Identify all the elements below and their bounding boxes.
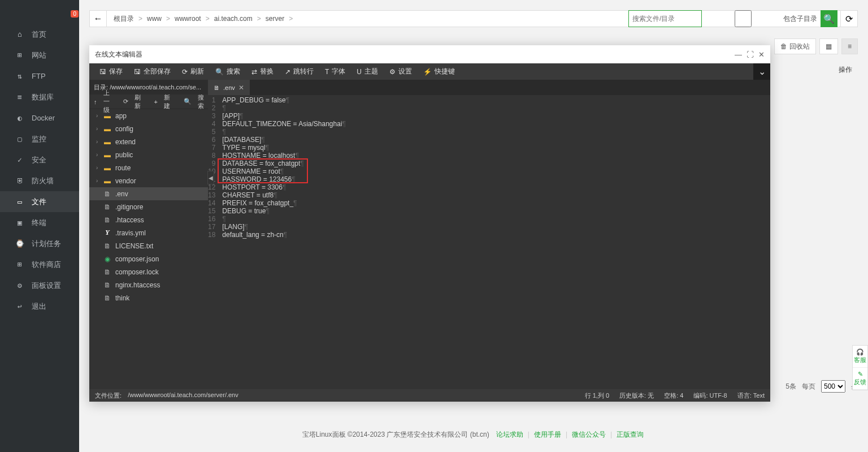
sidebar-item-Docker[interactable]: ◐Docker <box>0 107 79 128</box>
float-service[interactable]: 🎧客服 <box>853 346 867 368</box>
maximize-button[interactable]: ⛶ <box>747 50 754 59</box>
tree-item-.htaccess[interactable]: 🗎.htaccess <box>89 213 208 226</box>
tree-item-app[interactable]: ›▬app <box>89 109 208 122</box>
code-line[interactable]: USERNAME = root¶ <box>222 167 770 175</box>
code-line[interactable]: ¶ <box>222 215 770 223</box>
code-line[interactable]: [APP]¶ <box>222 112 770 120</box>
tree-item-think[interactable]: 🗎think <box>89 291 208 304</box>
tree-item-label: nginx.htaccess <box>115 281 160 289</box>
code-line[interactable]: DATABASE = fox_chatgpt¶ <box>222 160 770 167</box>
back-button[interactable]: ← <box>90 11 107 27</box>
minimize-button[interactable]: — <box>735 50 742 59</box>
tree-item-route[interactable]: ›▬route <box>89 161 208 174</box>
tree-item-extend[interactable]: ›▬extend <box>89 135 208 148</box>
tree-item-composer.json[interactable]: ◉composer.json <box>89 252 208 265</box>
collapse-tree[interactable]: ◀ <box>207 171 214 184</box>
code-line[interactable]: PASSWORD = 123456¶ <box>222 175 770 183</box>
sidebar-item-首页[interactable]: ⌂首页 <box>0 24 79 45</box>
sidebar-item-软件商店[interactable]: ⊞软件商店 <box>0 254 79 275</box>
code-line[interactable]: ¶ <box>222 128 770 136</box>
footer-link[interactable]: 使用手册 <box>534 431 561 438</box>
crumb[interactable]: www <box>147 15 162 23</box>
tree-item-vendor[interactable]: ›▬vendor <box>89 174 208 187</box>
recycle-button[interactable]: 🗑回收站 <box>774 38 816 54</box>
tab-close[interactable]: ✕ <box>238 84 244 92</box>
tree-item-composer.lock[interactable]: 🗎composer.lock <box>89 265 208 278</box>
footer-link[interactable]: 微信公众号 <box>572 431 606 438</box>
float-feedback-btn[interactable]: ✎反馈 <box>853 368 867 390</box>
editor-titlebar[interactable]: 在线文本编辑器 — ⛶ ✕ <box>89 45 770 63</box>
sidebar-item-网站[interactable]: ⊞网站 <box>0 45 79 66</box>
tree-item-LICENSE.txt[interactable]: 🗎LICENSE.txt <box>89 239 208 252</box>
status-encoding[interactable]: 编码: UTF-8 <box>693 391 727 400</box>
file-icon: 🗎 <box>103 203 112 211</box>
code-editor[interactable]: 123456789101112131415161718 APP_DEBUG = … <box>208 95 770 389</box>
tree-item-public[interactable]: ›▬public <box>89 148 208 161</box>
tree-item-.travis.yml[interactable]: Y.travis.yml <box>89 226 208 239</box>
tree-item-nginx.htaccess[interactable]: 🗎nginx.htaccess <box>89 278 208 291</box>
code-line[interactable]: DEBUG = true¶ <box>222 207 770 215</box>
search-input[interactable] <box>628 10 702 27</box>
status-history[interactable]: 历史版本: 无 <box>619 391 654 400</box>
tree-new[interactable]: +新建 <box>150 93 179 110</box>
code-line[interactable]: HOSTPORT = 3306¶ <box>222 183 770 191</box>
tab-env[interactable]: 🗎 .env ✕ <box>208 80 250 95</box>
nav-icon: ⚙ <box>15 281 25 290</box>
crumb[interactable]: server <box>266 15 284 23</box>
sidebar-item-监控[interactable]: ▢监控 <box>0 128 79 149</box>
tree-refresh[interactable]: ⟳刷新 <box>119 93 150 110</box>
crumb[interactable]: wwwroot <box>175 15 201 23</box>
sidebar-item-退出[interactable]: ↩退出 <box>0 296 79 317</box>
code-line[interactable]: APP_DEBUG = false¶ <box>222 96 770 104</box>
toolbar-more[interactable]: ⌄ <box>753 63 770 80</box>
toolbar-刷新[interactable]: ⟳刷新 <box>176 63 210 80</box>
toolbar-跳转行[interactable]: ↗跳转行 <box>279 63 319 80</box>
code-line[interactable]: DEFAULT_TIMEZONE = Asia/Shanghai¶ <box>222 120 770 128</box>
code-line[interactable]: PREFIX = fox_chatgpt_¶ <box>222 199 770 207</box>
include-sub-checkbox[interactable] <box>706 10 780 27</box>
sidebar-item-FTP[interactable]: ⇅FTP <box>0 66 79 87</box>
list-view-button[interactable]: ≡ <box>841 38 858 54</box>
reload-button[interactable]: ⟳ <box>840 11 857 27</box>
sidebar-item-面板设置[interactable]: ⚙面板设置 <box>0 275 79 296</box>
code-line[interactable]: default_lang = zh-cn¶ <box>222 231 770 239</box>
toolbar-替换[interactable]: ⇄替换 <box>246 63 279 80</box>
grid-view-button[interactable]: ▦ <box>819 38 838 54</box>
crumb[interactable]: ai.teach.com <box>214 15 253 23</box>
toolbar-快捷键[interactable]: ⚡快捷键 <box>418 63 461 80</box>
code-line[interactable]: HOSTNAME = localhost¶ <box>222 152 770 160</box>
tree-item-config[interactable]: ›▬config <box>89 122 208 135</box>
code-line[interactable]: [LANG]¶ <box>222 223 770 231</box>
search-button[interactable]: 🔍 <box>821 10 837 27</box>
code-line[interactable]: [DATABASE]¶ <box>222 136 770 144</box>
sidebar-item-防火墙[interactable]: ⛨防火墙 <box>0 170 79 191</box>
sidebar-item-终端[interactable]: ▣终端 <box>0 212 79 233</box>
notification-badge[interactable]: 0 <box>71 10 79 18</box>
toolbar-保存[interactable]: 🖫保存 <box>94 63 128 80</box>
toolbar-主题[interactable]: U主题 <box>351 63 384 80</box>
close-button[interactable]: ✕ <box>758 50 765 59</box>
status-language[interactable]: 语言: Text <box>737 391 765 400</box>
sidebar-item-计划任务[interactable]: ⌚计划任务 <box>0 233 79 254</box>
crumb[interactable]: 根目录 <box>114 14 134 24</box>
toolbar-全部保存[interactable]: 🖫全部保存 <box>128 63 176 80</box>
toolbar-字体[interactable]: T字体 <box>319 63 351 80</box>
sidebar-item-文件[interactable]: ▭文件 <box>0 191 79 212</box>
tree-item-.env[interactable]: 🗎.env <box>89 187 208 200</box>
status-spaces[interactable]: 空格: 4 <box>664 391 683 400</box>
code-line[interactable]: CHARSET = utf8¶ <box>222 191 770 199</box>
toolbar-搜索[interactable]: 🔍搜索 <box>210 63 246 80</box>
tree-item-.gitignore[interactable]: 🗎.gitignore <box>89 200 208 213</box>
tree-item-label: app <box>115 112 127 120</box>
sidebar-item-安全[interactable]: ✓安全 <box>0 149 79 170</box>
code-line[interactable]: ¶ <box>222 104 770 112</box>
footer-link[interactable]: 正版查询 <box>617 431 644 438</box>
footer-link[interactable]: 论坛求助 <box>496 431 523 438</box>
chevron-right-icon: > <box>257 15 261 23</box>
pager-select[interactable]: 500 <box>821 380 845 393</box>
nav-label: 安全 <box>32 155 46 165</box>
toolbar-设置[interactable]: ⚙设置 <box>384 63 418 80</box>
sidebar-item-数据库[interactable]: ≡数据库 <box>0 87 79 107</box>
code-line[interactable]: TYPE = mysql¶ <box>222 144 770 152</box>
nav-label: 首页 <box>32 29 46 40</box>
